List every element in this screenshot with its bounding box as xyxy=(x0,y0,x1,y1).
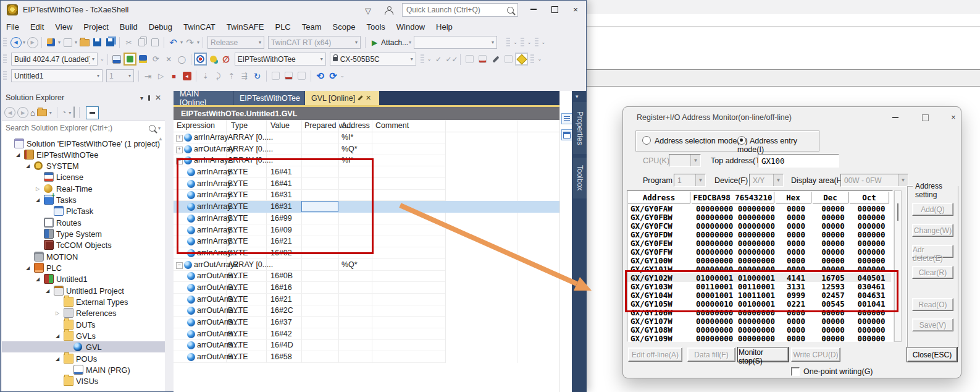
home-icon[interactable]: ⌂ xyxy=(30,108,35,117)
tree-item-untitled1-project[interactable]: ◢Untitled1 Project xyxy=(2,285,165,296)
quick-launch-input[interactable]: Quick Launch (Ctrl+Q) xyxy=(402,3,518,17)
close-button[interactable]: × xyxy=(566,1,585,18)
monitor-row[interactable]: GX/GY0FBW00000000 0000000000000000000000… xyxy=(627,213,891,221)
undo-icon[interactable]: ↶ xyxy=(167,36,179,48)
monitor-row[interactable]: GX/GY0FEW00000000 0000000000000000000000… xyxy=(627,239,891,247)
menu-twincat[interactable]: TwinCAT xyxy=(178,20,221,33)
menu-tools[interactable]: Tools xyxy=(361,20,390,33)
table-row[interactable]: arrOutArra...BYTE16#4D xyxy=(174,339,559,351)
tree-item-visus[interactable]: VISUs xyxy=(2,375,165,386)
top-address-input[interactable]: GX100 xyxy=(758,154,839,168)
account-icon[interactable] xyxy=(385,6,392,14)
restart-warm-icon[interactable]: ⟳ xyxy=(327,70,339,82)
table-view-icon[interactable] xyxy=(561,129,572,140)
close-esc-button[interactable]: Close(ESC) xyxy=(907,347,957,362)
tree-item-typesystem[interactable]: Type System xyxy=(2,228,165,239)
tree-item-plctask[interactable]: PlcTask xyxy=(2,205,165,216)
col-comment[interactable]: Comment xyxy=(375,121,409,130)
platform-select[interactable]: TwinCAT RT (x64)▾ xyxy=(268,36,361,49)
tab-main-online[interactable]: MAIN [Online] xyxy=(174,91,233,105)
col-type[interactable]: Type xyxy=(231,121,248,130)
tree-item-gvl[interactable]: GVL xyxy=(2,341,165,352)
refresh-icon[interactable]: ⟳ xyxy=(150,53,162,65)
table-row[interactable]: arrOutArra...BYTE16#16 xyxy=(174,282,559,294)
startup-object-select[interactable]: ▾ xyxy=(414,36,497,49)
tree-item-solution[interactable]: Solution 'EIPTestWithOTee' (1 project) xyxy=(2,138,165,149)
tree-item-external-types[interactable]: External Types xyxy=(2,296,165,307)
menu-window[interactable]: Window xyxy=(391,20,430,33)
menu-build[interactable]: Build xyxy=(114,20,143,33)
save-all-icon[interactable] xyxy=(104,36,116,48)
table-row[interactable]: arrOutArra...BYTE16#21 xyxy=(174,294,559,305)
toolbar-overflow-grip[interactable] xyxy=(506,38,510,48)
logout-icon[interactable]: ◂ xyxy=(181,70,193,82)
tree-item-untitled1[interactable]: ◢Untitled1 xyxy=(2,273,165,284)
check-all-icon[interactable]: ✓ xyxy=(432,53,444,65)
settings-blue-icon[interactable] xyxy=(137,53,149,65)
monitor-scrollbar[interactable] xyxy=(894,190,902,342)
menu-twinsafe[interactable]: TwinSAFE xyxy=(221,20,270,33)
build-version-select[interactable]: Build 4024.47 (Loaded)▾ xyxy=(11,53,98,66)
tab-gvl-online[interactable]: GVL [Online] ✕ xyxy=(305,91,379,105)
save-icon[interactable] xyxy=(91,36,103,48)
check-objects-icon[interactable]: ✓✓ xyxy=(445,53,457,65)
monitor-row[interactable]: GX/GY100W00000000 0000000000000000000000… xyxy=(627,256,891,265)
mode-selection-radio[interactable]: Address selection mode(C) xyxy=(642,136,748,145)
menu-help[interactable]: Help xyxy=(430,20,458,33)
login-icon[interactable]: ⇥ xyxy=(142,70,154,82)
menu-plc[interactable]: PLC xyxy=(269,20,296,33)
tab-eiptestwithotee[interactable]: EIPTestWithOTee xyxy=(233,91,304,105)
switch-views-icon[interactable] xyxy=(37,109,47,116)
wrench-icon[interactable] xyxy=(490,53,501,65)
tree-item-tasks[interactable]: ◢Tasks xyxy=(2,194,165,205)
tree-item-pous[interactable]: ◢POUs xyxy=(2,353,165,364)
collapse-all-icon[interactable] xyxy=(73,107,75,118)
menu-debug[interactable]: Debug xyxy=(143,20,178,33)
active-project-select[interactable]: EIPTestWithOTee▾ xyxy=(235,53,326,66)
table-row[interactable]: −arrOutArray2ARRAY [0.....%Q* xyxy=(174,259,559,271)
monitor-row[interactable]: GX/GY109W00000000 0000000000000000000000… xyxy=(627,334,891,343)
target-system-select[interactable]: CX-505B5C▾ xyxy=(330,53,416,66)
feedback-icon[interactable]: ▽ xyxy=(365,5,371,16)
stop-icon[interactable]: ■ xyxy=(168,70,180,82)
solution-explorer-header[interactable]: Solution Explorer ▾ ✕ xyxy=(2,91,165,104)
tree-item-gvls[interactable]: ◢GVLs xyxy=(2,330,165,341)
table-row[interactable]: +arrInArrayARRAY [0.....%I* xyxy=(174,132,559,143)
menu-edit[interactable]: Edit xyxy=(25,20,49,33)
navigate-back-icon[interactable]: ◀ xyxy=(10,36,22,48)
tree-item-routes[interactable]: Routes xyxy=(2,217,165,228)
menu-team[interactable]: Team xyxy=(296,20,327,33)
free-run-icon[interactable] xyxy=(207,53,219,65)
plc-instance-select[interactable]: Untitled1▾ xyxy=(11,69,103,82)
menu-view[interactable]: View xyxy=(49,20,78,33)
monitor-row[interactable]: GX/GY0FFW00000000 0000000000000000000000… xyxy=(627,247,891,256)
redo-icon[interactable]: ↷ xyxy=(184,36,196,48)
tab-toolbox[interactable]: Toolbox xyxy=(573,158,587,198)
tree-item-main-prg[interactable]: MAIN (PRG) xyxy=(2,364,165,375)
table-row[interactable]: +arrOutArrayARRAY [0.....%Q* xyxy=(174,143,559,155)
navigate-forward-icon[interactable]: ▶ xyxy=(27,36,38,48)
col-address[interactable]: Address xyxy=(341,121,370,130)
toolbar-grip-5[interactable] xyxy=(421,54,424,64)
dialog-close-icon[interactable]: × xyxy=(945,111,961,124)
attach-button[interactable]: Attach... xyxy=(381,38,408,47)
pin-icon[interactable] xyxy=(148,95,150,101)
menu-file[interactable]: File xyxy=(1,20,25,33)
monitor-row[interactable]: GX/GY0FDW00000000 0000000000000000000000… xyxy=(627,230,891,239)
col-expression[interactable]: Expression xyxy=(177,121,215,130)
add-item-icon[interactable] xyxy=(62,36,73,48)
toolbar-grip-7[interactable] xyxy=(3,71,7,81)
clean-icon[interactable]: ✕ xyxy=(163,53,175,65)
table-row[interactable]: arrOutArra...BYTE16#2C xyxy=(174,305,559,317)
flow-control-icon[interactable]: ↻ xyxy=(251,70,263,82)
table-row[interactable]: arrOutArra...BYTE16#0B xyxy=(174,270,559,282)
attach-play-icon[interactable]: ▶ xyxy=(369,36,380,48)
menu-scope[interactable]: Scope xyxy=(327,20,361,33)
col-value[interactable]: Value xyxy=(270,121,290,130)
monitor-row[interactable]: GX/GY108W00000000 0000000000000000000000… xyxy=(627,325,891,334)
tab-pin-icon[interactable] xyxy=(358,95,362,100)
pending-changes-filter-icon[interactable]: ◔ xyxy=(62,108,66,117)
tree-item-system[interactable]: ◢SYSTEM xyxy=(2,160,165,171)
configuration-select[interactable]: Release▾ xyxy=(207,36,264,49)
rebuild-icon[interactable] xyxy=(477,53,488,65)
